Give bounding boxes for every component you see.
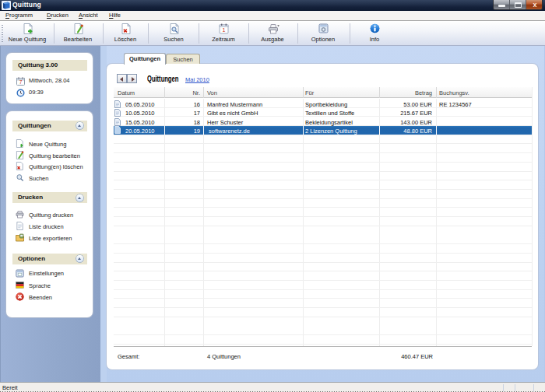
svg-text:7: 7 (19, 79, 23, 85)
svg-text:1: 1 (223, 27, 226, 33)
